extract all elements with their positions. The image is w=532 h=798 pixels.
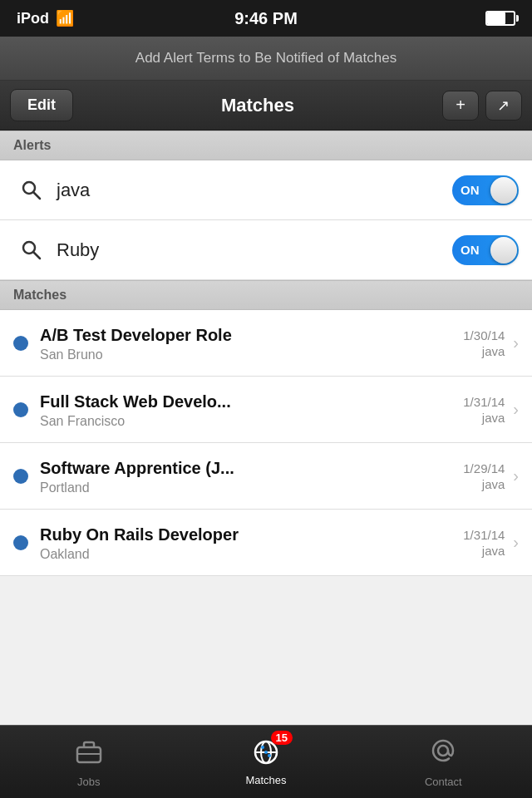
match-dot bbox=[13, 469, 28, 484]
chevron-right-icon: › bbox=[513, 400, 519, 419]
alert-label-java: java bbox=[57, 180, 452, 201]
match-dot bbox=[13, 535, 28, 550]
status-time: 9:46 PM bbox=[234, 9, 298, 28]
search-icon-ruby bbox=[13, 232, 50, 268]
wifi-icon: 📶 bbox=[56, 9, 74, 27]
briefcase-icon bbox=[74, 736, 104, 772]
svg-point-10 bbox=[268, 754, 271, 757]
match-tag: java bbox=[482, 411, 505, 425]
battery-icon bbox=[485, 11, 515, 26]
svg-point-11 bbox=[264, 751, 268, 754]
tab-badge-matches: 15 bbox=[251, 737, 281, 771]
match-title: A/B Test Developer Role bbox=[40, 324, 463, 346]
match-date: 1/29/14 bbox=[463, 461, 505, 475]
share-button[interactable]: ↗︎ bbox=[485, 91, 522, 121]
match-meta: 1/31/14 java bbox=[463, 395, 505, 425]
match-location: San Francisco bbox=[40, 414, 463, 429]
match-location: Oakland bbox=[40, 547, 463, 562]
device-label: iPod bbox=[17, 10, 49, 27]
toggle-knob bbox=[490, 177, 517, 204]
match-content: A/B Test Developer Role San Bruno bbox=[40, 324, 463, 362]
match-row-3[interactable]: Ruby On Rails Developer Oakland 1/31/14 … bbox=[0, 510, 532, 576]
notification-text: Add Alert Terms to Be Notified of Matche… bbox=[135, 50, 397, 66]
match-content: Ruby On Rails Developer Oakland bbox=[40, 524, 463, 562]
matches-section-header: Matches bbox=[0, 280, 532, 310]
globe-icon bbox=[251, 756, 281, 770]
add-button[interactable]: + bbox=[442, 91, 479, 121]
chevron-right-icon: › bbox=[513, 533, 519, 552]
svg-line-1 bbox=[34, 192, 41, 199]
tab-bar: Jobs 15 Matches bbox=[0, 725, 532, 798]
toggle-knob-ruby bbox=[490, 237, 517, 264]
alerts-section-label: Alerts bbox=[13, 138, 51, 152]
alert-row-java[interactable]: java ON bbox=[0, 160, 532, 220]
notification-banner: Add Alert Terms to Be Notified of Matche… bbox=[0, 37, 532, 81]
page-title: Matches bbox=[221, 95, 294, 116]
tab-jobs[interactable]: Jobs bbox=[0, 726, 177, 798]
match-date: 1/31/14 bbox=[463, 395, 505, 409]
at-icon bbox=[428, 736, 458, 772]
match-location: San Bruno bbox=[40, 347, 463, 362]
toggle-java[interactable]: ON bbox=[452, 175, 519, 205]
tab-contact[interactable]: Contact bbox=[355, 726, 532, 798]
match-date: 1/31/14 bbox=[463, 528, 505, 542]
svg-line-3 bbox=[34, 252, 41, 259]
match-location: Portland bbox=[40, 480, 463, 495]
toggle-ruby[interactable]: ON bbox=[452, 235, 519, 265]
svg-point-12 bbox=[438, 746, 448, 756]
alert-row-ruby[interactable]: Ruby ON bbox=[0, 220, 532, 280]
match-row-0[interactable]: A/B Test Developer Role San Bruno 1/30/1… bbox=[0, 310, 532, 377]
svg-point-9 bbox=[261, 746, 264, 749]
match-meta: 1/29/14 java bbox=[463, 461, 505, 491]
nav-bar: Edit Matches + ↗︎ bbox=[0, 81, 532, 131]
match-title: Full Stack Web Develo... bbox=[40, 391, 463, 412]
match-date: 1/30/14 bbox=[463, 328, 505, 342]
match-dot bbox=[13, 402, 28, 417]
match-meta: 1/30/14 java bbox=[463, 328, 505, 358]
tab-jobs-label: Jobs bbox=[77, 776, 100, 788]
alerts-section-header: Alerts bbox=[0, 131, 532, 160]
nav-actions: + ↗︎ bbox=[442, 91, 522, 121]
chevron-right-icon: › bbox=[513, 466, 519, 485]
plus-icon: + bbox=[456, 96, 466, 115]
match-tag: java bbox=[482, 544, 505, 558]
status-bar: iPod 📶 9:46 PM bbox=[0, 0, 532, 37]
match-row-1[interactable]: Full Stack Web Develo... San Francisco 1… bbox=[0, 377, 532, 443]
match-meta: 1/31/14 java bbox=[463, 528, 505, 558]
toggle-on-label: ON bbox=[461, 183, 480, 197]
match-content: Full Stack Web Develo... San Francisco bbox=[40, 391, 463, 429]
edit-button[interactable]: Edit bbox=[10, 89, 73, 121]
search-icon bbox=[13, 172, 50, 209]
match-dot bbox=[13, 336, 28, 351]
tab-matches-label: Matches bbox=[245, 774, 286, 786]
alert-label-ruby: Ruby bbox=[57, 239, 452, 261]
badge-count: 15 bbox=[271, 731, 293, 745]
tab-contact-label: Contact bbox=[425, 776, 462, 788]
match-content: Software Apprentice (J... Portland bbox=[40, 457, 463, 495]
matches-section-label: Matches bbox=[13, 288, 66, 302]
share-icon: ↗︎ bbox=[497, 96, 510, 115]
toggle-on-label-ruby: ON bbox=[461, 243, 480, 257]
match-tag: java bbox=[482, 344, 505, 358]
tab-matches[interactable]: 15 Matches bbox=[177, 726, 354, 798]
match-title: Ruby On Rails Developer bbox=[40, 524, 463, 545]
match-title: Software Apprentice (J... bbox=[40, 457, 463, 479]
chevron-right-icon: › bbox=[513, 333, 519, 352]
match-tag: java bbox=[482, 477, 505, 491]
main-content: Add Alert Terms to Be Notified of Matche… bbox=[0, 37, 532, 725]
match-row-2[interactable]: Software Apprentice (J... Portland 1/29/… bbox=[0, 443, 532, 510]
